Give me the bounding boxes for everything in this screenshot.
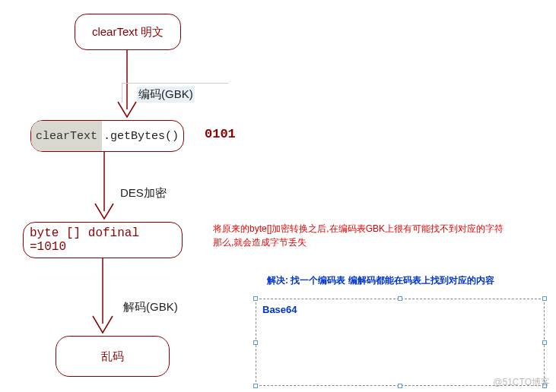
resize-handle[interactable]	[253, 340, 258, 345]
edge1-label: 编码(GBK)	[137, 87, 195, 103]
resize-handle[interactable]	[542, 296, 547, 301]
binary-0101: 0101	[205, 127, 236, 141]
node-dofinal: byte [] dofinal =1010	[23, 222, 183, 258]
node-cleartext: clearText 明文	[75, 14, 181, 50]
resize-handle[interactable]	[398, 384, 402, 388]
solution-box[interactable]	[256, 299, 545, 386]
solution-text: Base64	[262, 304, 297, 315]
resize-handle[interactable]	[253, 384, 258, 388]
resize-handle[interactable]	[398, 296, 402, 301]
red-annotation-line2: 那么,就会造成字节丢失	[213, 236, 548, 249]
node-cleartext-label: clearText 明文	[92, 25, 164, 40]
node-garbled: 乱码	[56, 336, 170, 377]
watermark: @51CTO博客	[493, 376, 550, 389]
node-dofinal-label: byte [] dofinal =1010	[30, 226, 176, 254]
node-getbytes-rest: .getBytes()	[102, 130, 179, 143]
resize-handle[interactable]	[253, 296, 258, 301]
resize-handle[interactable]	[542, 340, 547, 345]
arrow-2	[91, 152, 122, 222]
node-garbled-label: 乱码	[101, 349, 124, 364]
red-annotation: 将原来的byte[]加密转换之后,在编码表GBK上很有可能找不到对应的字符 那么…	[213, 222, 548, 249]
edge2-label: DES加密	[120, 186, 167, 201]
node-getbytes-highlight: clearText	[31, 121, 102, 151]
red-annotation-line1: 将原来的byte[]加密转换之后,在编码表GBK上很有可能找不到对应的字符	[213, 222, 548, 236]
edge3-label: 解码(GBK)	[123, 300, 178, 315]
node-getbytes: clearText .getBytes()	[30, 120, 184, 152]
arrow-3	[84, 258, 122, 334]
blue-annotation: 解决: 找一个编码表 编解码都能在码表上找到对应的内容	[267, 274, 494, 287]
